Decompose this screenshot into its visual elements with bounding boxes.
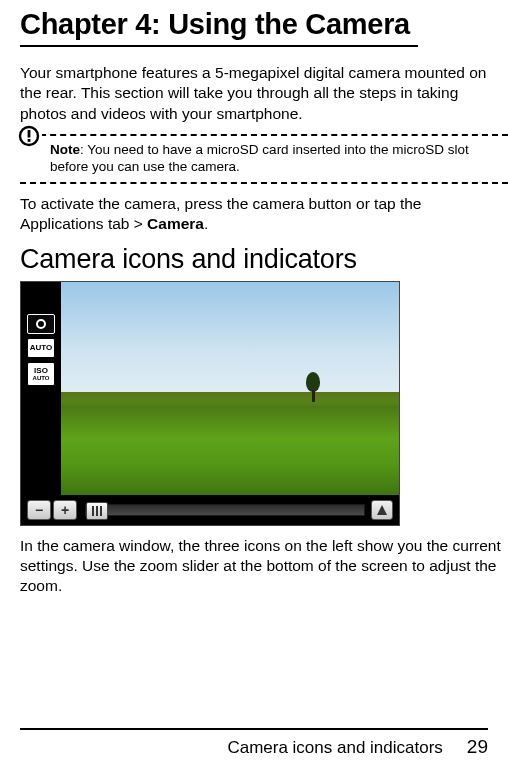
svg-rect-2 <box>28 139 31 142</box>
zoom-in-button[interactable]: + <box>53 500 77 520</box>
note-text: Note: You need to have a microSD card in… <box>50 142 508 176</box>
activate-post: . <box>204 215 208 232</box>
footer-page-number: 29 <box>467 736 488 758</box>
camera-mode-icon[interactable] <box>27 314 55 334</box>
activate-bold: Camera <box>147 215 204 232</box>
svg-rect-1 <box>28 130 31 138</box>
zoom-slider-track[interactable] <box>85 504 365 516</box>
zoom-slider-handle[interactable] <box>86 502 108 520</box>
activate-paragraph: To activate the camera, press the camera… <box>20 194 508 234</box>
note-body: : You need to have a microSD card insert… <box>50 142 469 174</box>
gallery-button[interactable] <box>371 500 393 520</box>
auto-mode-icon[interactable]: AUTO <box>27 338 55 358</box>
section-heading: Camera icons and indicators <box>20 244 488 275</box>
camera-preview-tree <box>306 372 320 402</box>
intro-paragraph: Your smartphone features a 5-megapixel d… <box>20 63 508 123</box>
camera-screenshot: AUTO ISO AUTO − + <box>20 281 400 526</box>
zoom-out-button[interactable]: − <box>27 500 51 520</box>
iso-label-bottom: AUTO <box>33 375 50 381</box>
page-footer: Camera icons and indicators 29 <box>20 728 488 758</box>
note-box: Note: You need to have a microSD card in… <box>20 134 508 184</box>
note-label: Note <box>50 142 80 157</box>
camera-left-strip: AUTO ISO AUTO <box>21 282 61 525</box>
camera-preview-horizon <box>61 392 399 402</box>
svg-marker-3 <box>377 505 387 515</box>
iso-label-top: ISO <box>34 367 48 375</box>
camera-preview-sky <box>61 282 399 410</box>
title-divider <box>20 45 418 47</box>
caption-paragraph: In the camera window, the three icons on… <box>20 536 508 596</box>
alert-icon <box>16 123 42 149</box>
activate-pre: To activate the camera, press the camera… <box>20 195 422 232</box>
camera-preview-grass <box>61 392 399 495</box>
chapter-title: Chapter 4: Using the Camera <box>20 8 488 41</box>
iso-mode-icon[interactable]: ISO AUTO <box>27 362 55 386</box>
camera-bottom-bar: − + <box>21 495 399 525</box>
footer-section-title: Camera icons and indicators <box>227 738 442 758</box>
